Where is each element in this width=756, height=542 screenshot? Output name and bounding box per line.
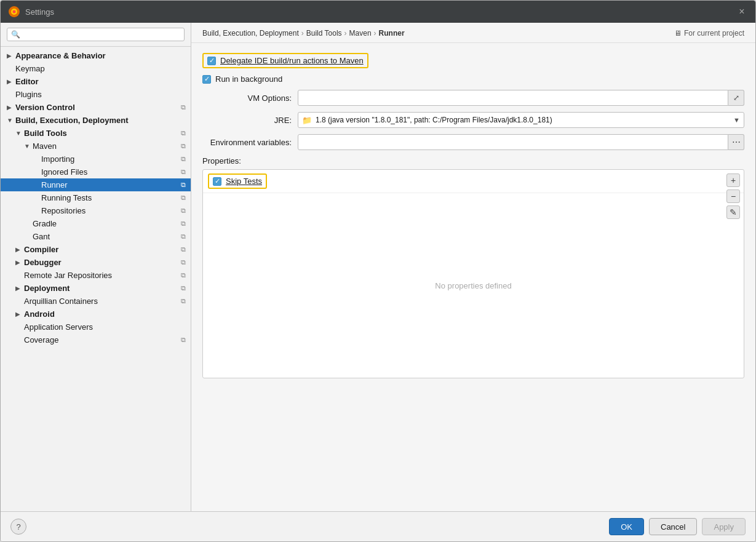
- env-var-input-wrap: ⋯: [298, 134, 744, 150]
- arrow-icon: ▶: [15, 311, 24, 317]
- env-vars-input[interactable]: [298, 134, 728, 150]
- cancel-button[interactable]: Cancel: [649, 518, 697, 535]
- sidebar-item-ignored-files[interactable]: Ignored Files ⧉: [1, 165, 191, 178]
- skip-tests-highlight: Skip Tests: [208, 173, 267, 189]
- sidebar-item-repositories[interactable]: Repositories ⧉: [1, 204, 191, 217]
- title-bar: Settings ×: [1, 1, 755, 23]
- env-vars-label: Environment variables:: [202, 138, 298, 147]
- folder-icon: 📁: [302, 116, 312, 125]
- sidebar-item-importing[interactable]: Importing ⧉: [1, 153, 191, 165]
- help-button[interactable]: ?: [10, 519, 26, 535]
- ok-button[interactable]: OK: [609, 518, 644, 535]
- sidebar-item-label: Build, Execution, Deployment: [15, 116, 186, 125]
- copy-icon: ⧉: [181, 194, 186, 202]
- sidebar-item-gradle[interactable]: Gradle ⧉: [1, 217, 191, 230]
- arrow-icon: ▶: [15, 259, 24, 266]
- no-properties-text: No properties defined: [203, 193, 744, 378]
- sidebar-item-label: Build Tools: [24, 129, 178, 138]
- edit-property-button[interactable]: ✎: [726, 205, 740, 219]
- copy-icon: ⧉: [181, 142, 186, 150]
- sidebar-item-label: Compiler: [24, 245, 178, 254]
- arrow-icon: ▼: [7, 117, 15, 124]
- sidebar-item-label: Deployment: [24, 284, 178, 293]
- search-input[interactable]: [23, 30, 180, 39]
- search-wrap: 🔍: [7, 28, 185, 41]
- sidebar-item-deployment[interactable]: ▶ Deployment ⧉: [1, 282, 191, 295]
- copy-icon: ⧉: [181, 207, 186, 215]
- properties-toolbar: + − ✎: [726, 173, 740, 219]
- skip-tests-checkbox[interactable]: [213, 177, 221, 186]
- skip-tests-wrap: Skip Tests: [203, 170, 744, 193]
- sidebar-item-coverage[interactable]: Coverage ⧉: [1, 333, 191, 346]
- copy-icon: ⧉: [181, 181, 186, 189]
- sidebar-item-keymap[interactable]: Keymap: [1, 62, 191, 75]
- sidebar-item-remote-jar[interactable]: Remote Jar Repositories ⧉: [1, 269, 191, 282]
- title-bar-left: Settings: [8, 6, 54, 18]
- sidebar-item-running-tests[interactable]: Running Tests ⧉: [1, 191, 191, 204]
- sidebar-item-label: Gant: [33, 232, 178, 241]
- sidebar-item-label: Editor: [15, 77, 186, 86]
- apply-button[interactable]: Apply: [702, 518, 746, 535]
- breadcrumb-sep-1: ›: [301, 29, 304, 38]
- sidebar-item-label: Ignored Files: [41, 167, 178, 177]
- sidebar-item-label: Android: [24, 309, 186, 319]
- sidebar-item-debugger[interactable]: ▶ Debugger ⧉: [1, 256, 191, 269]
- sidebar-item-label: Version Control: [15, 103, 178, 112]
- delegate-checkbox[interactable]: [207, 57, 216, 65]
- sidebar-item-build-tools[interactable]: ▼ Build Tools ⧉: [1, 127, 191, 140]
- sidebar-item-label: Importing: [41, 154, 178, 164]
- close-button[interactable]: ×: [736, 6, 748, 18]
- sidebar-item-app-servers[interactable]: Application Servers: [1, 321, 191, 333]
- sidebar: 🔍 ▶ Appearance & Behavior Keymap ▶: [1, 23, 191, 511]
- for-project-text: For current project: [684, 29, 744, 38]
- sidebar-item-version-control[interactable]: ▶ Version Control ⧉: [1, 101, 191, 114]
- main-content: 🔍 ▶ Appearance & Behavior Keymap ▶: [1, 23, 755, 511]
- right-panel: Build, Execution, Deployment › Build Too…: [191, 23, 755, 511]
- for-project-link[interactable]: 🖥 For current project: [674, 29, 744, 38]
- sidebar-item-label: Running Tests: [41, 193, 178, 202]
- vm-options-input[interactable]: [298, 90, 728, 106]
- jre-value: 1.8 (java version "1.8.0_181", path: C:/…: [316, 116, 733, 124]
- copy-icon: ⧉: [181, 271, 186, 279]
- sidebar-item-build-execution[interactable]: ▼ Build, Execution, Deployment: [1, 114, 191, 127]
- sidebar-item-label: Maven: [33, 141, 178, 151]
- breadcrumb-item-1: Build, Execution, Deployment: [202, 29, 299, 38]
- sidebar-item-label: Plugins: [15, 90, 186, 99]
- sidebar-item-arquillian[interactable]: Arquillian Containers ⧉: [1, 295, 191, 308]
- sidebar-item-appearance[interactable]: ▶ Appearance & Behavior: [1, 49, 191, 62]
- dropdown-arrow-icon: ▼: [733, 116, 740, 124]
- jre-label: JRE:: [202, 116, 298, 125]
- copy-icon: ⧉: [181, 258, 186, 266]
- sidebar-item-android[interactable]: ▶ Android: [1, 308, 191, 321]
- sidebar-item-label: Debugger: [24, 258, 178, 267]
- arrow-icon: ▶: [7, 52, 15, 59]
- copy-icon: ⧉: [181, 233, 186, 241]
- properties-section: Properties: Skip Tests + − ✎: [202, 156, 744, 378]
- bottom-bar: ? OK Cancel Apply: [1, 511, 755, 541]
- sidebar-item-runner[interactable]: Runner ⧉: [1, 178, 191, 191]
- breadcrumb-bar: Build, Execution, Deployment › Build Too…: [191, 23, 755, 43]
- arrow-icon: ▶: [15, 285, 24, 292]
- breadcrumb-sep-3: ›: [374, 29, 376, 38]
- env-expand-button[interactable]: ⋯: [728, 134, 744, 150]
- vm-expand-button[interactable]: ⤢: [728, 90, 744, 106]
- sidebar-item-gant[interactable]: Gant ⧉: [1, 230, 191, 243]
- sidebar-item-label: Arquillian Containers: [24, 297, 178, 306]
- jre-row: JRE: 📁 1.8 (java version "1.8.0_181", pa…: [202, 112, 744, 128]
- env-vars-row: Environment variables: ⋯: [202, 134, 744, 150]
- remove-property-button[interactable]: −: [726, 189, 740, 203]
- add-property-button[interactable]: +: [726, 173, 740, 187]
- arrow-icon: ▶: [15, 246, 24, 253]
- sidebar-item-editor[interactable]: ▶ Editor: [1, 75, 191, 88]
- action-buttons: OK Cancel Apply: [609, 518, 746, 535]
- run-background-checkbox[interactable]: [202, 75, 211, 84]
- sidebar-item-maven[interactable]: ▼ Maven ⧉: [1, 140, 191, 153]
- dialog-title: Settings: [25, 7, 54, 17]
- arrow-icon: ▶: [7, 104, 15, 111]
- breadcrumb: Build, Execution, Deployment › Build Too…: [202, 29, 405, 38]
- jre-select[interactable]: 📁 1.8 (java version "1.8.0_181", path: C…: [298, 112, 744, 128]
- sidebar-item-compiler[interactable]: ▶ Compiler ⧉: [1, 243, 191, 256]
- panel-body: Delegate IDE build/run actions to Maven …: [191, 43, 755, 511]
- sidebar-item-plugins[interactable]: Plugins: [1, 88, 191, 101]
- breadcrumb-item-4: Runner: [379, 29, 405, 38]
